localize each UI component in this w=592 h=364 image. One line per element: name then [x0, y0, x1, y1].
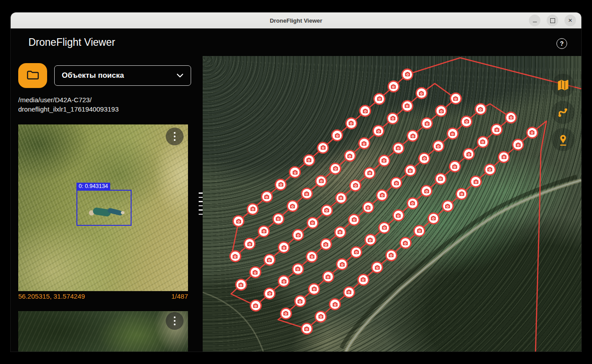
camera-marker[interactable]	[292, 263, 304, 275]
search-objects-dropdown[interactable]: Объекты поиска	[54, 65, 191, 86]
camera-marker[interactable]	[456, 188, 468, 200]
camera-marker[interactable]	[442, 200, 454, 212]
camera-marker[interactable]	[348, 214, 360, 226]
camera-marker[interactable]	[294, 295, 306, 307]
camera-marker[interactable]	[315, 175, 327, 187]
camera-marker[interactable]	[413, 225, 425, 237]
camera-marker[interactable]	[432, 140, 444, 152]
camera-marker[interactable]	[372, 125, 384, 137]
camera-marker[interactable]	[343, 286, 355, 298]
help-button[interactable]: ?	[556, 38, 567, 49]
locate-button[interactable]	[552, 128, 575, 151]
camera-marker[interactable]	[387, 112, 399, 124]
camera-marker[interactable]	[392, 209, 404, 221]
camera-marker[interactable]	[359, 105, 371, 117]
camera-marker[interactable]	[420, 185, 432, 197]
camera-marker[interactable]	[526, 127, 538, 139]
camera-marker[interactable]	[378, 222, 390, 234]
photo1-menu-button[interactable]	[166, 128, 184, 145]
camera-marker[interactable]	[334, 226, 346, 238]
maximize-button[interactable]	[547, 15, 558, 26]
camera-marker[interactable]	[306, 251, 318, 263]
camera-marker[interactable]	[280, 308, 292, 320]
camera-marker[interactable]	[460, 116, 472, 128]
camera-marker[interactable]	[307, 217, 319, 229]
open-folder-button[interactable]	[18, 63, 47, 88]
camera-marker[interactable]	[247, 203, 259, 215]
camera-marker[interactable]	[272, 213, 284, 225]
camera-marker[interactable]	[357, 274, 369, 286]
camera-marker[interactable]	[329, 163, 341, 175]
camera-marker[interactable]	[477, 136, 489, 148]
layers-button[interactable]	[552, 74, 575, 97]
camera-marker[interactable]	[373, 93, 385, 105]
camera-marker[interactable]	[484, 164, 496, 176]
camera-marker[interactable]	[278, 275, 290, 287]
camera-marker[interactable]	[400, 237, 412, 249]
camera-marker[interactable]	[428, 212, 440, 224]
camera-marker[interactable]	[250, 300, 262, 312]
camera-marker[interactable]	[301, 188, 313, 200]
camera-marker[interactable]	[303, 154, 315, 166]
camera-marker[interactable]	[344, 150, 356, 162]
camera-marker[interactable]	[378, 155, 390, 167]
camera-marker[interactable]	[278, 241, 290, 253]
camera-marker[interactable]	[358, 137, 370, 149]
window-titlebar[interactable]: DroneFlight Viewer ✕	[11, 12, 581, 29]
camera-marker[interactable]	[390, 177, 402, 189]
camera-marker[interactable]	[435, 173, 447, 185]
camera-marker[interactable]	[232, 215, 244, 227]
camera-marker[interactable]	[350, 246, 362, 258]
camera-marker[interactable]	[498, 151, 510, 163]
camera-marker[interactable]	[315, 311, 327, 323]
camera-marker[interactable]	[345, 117, 357, 129]
camera-marker[interactable]	[292, 229, 304, 241]
camera-marker[interactable]	[362, 201, 374, 213]
camera-marker[interactable]	[322, 271, 334, 283]
camera-marker[interactable]	[470, 176, 482, 188]
camera-marker[interactable]	[463, 148, 475, 160]
camera-marker[interactable]	[289, 166, 301, 178]
camera-marker[interactable]	[364, 234, 376, 246]
camera-marker[interactable]	[416, 87, 428, 99]
camera-marker[interactable]	[317, 142, 329, 154]
camera-marker[interactable]	[320, 238, 332, 250]
camera-marker[interactable]	[491, 124, 503, 136]
camera-marker[interactable]	[229, 250, 241, 262]
camera-marker[interactable]	[261, 191, 273, 203]
camera-marker[interactable]	[321, 204, 333, 216]
camera-marker[interactable]	[287, 200, 299, 212]
camera-marker[interactable]	[421, 117, 433, 129]
camera-marker[interactable]	[512, 139, 524, 151]
camera-marker[interactable]	[388, 80, 400, 92]
photo2-menu-button[interactable]	[166, 312, 184, 330]
camera-marker[interactable]	[335, 192, 347, 204]
camera-marker[interactable]	[505, 112, 517, 124]
close-button[interactable]: ✕	[564, 15, 576, 26]
photo-thumbnail-1[interactable]: 0: 0.943134	[18, 124, 188, 291]
camera-marker[interactable]	[404, 164, 416, 176]
camera-marker[interactable]	[407, 197, 419, 209]
camera-marker[interactable]	[450, 92, 462, 104]
camera-marker[interactable]	[329, 298, 341, 310]
camera-marker[interactable]	[435, 105, 447, 117]
camera-marker[interactable]	[264, 288, 276, 300]
camera-marker[interactable]	[385, 249, 397, 261]
camera-marker[interactable]	[275, 179, 287, 191]
camera-marker[interactable]	[447, 128, 459, 140]
camera-marker[interactable]	[371, 261, 383, 273]
camera-marker[interactable]	[401, 68, 413, 80]
camera-marker[interactable]	[364, 167, 376, 179]
photo-thumbnail-2[interactable]	[18, 311, 188, 352]
route-button[interactable]	[552, 101, 575, 124]
camera-marker[interactable]	[349, 180, 361, 192]
camera-marker[interactable]	[449, 160, 461, 172]
camera-marker[interactable]	[249, 266, 261, 278]
camera-marker[interactable]	[244, 238, 256, 250]
camera-marker[interactable]	[392, 142, 404, 154]
camera-marker[interactable]	[401, 100, 413, 112]
camera-marker[interactable]	[407, 130, 419, 142]
camera-marker[interactable]	[331, 129, 343, 141]
camera-marker[interactable]	[336, 258, 348, 270]
camera-marker[interactable]	[258, 225, 270, 237]
